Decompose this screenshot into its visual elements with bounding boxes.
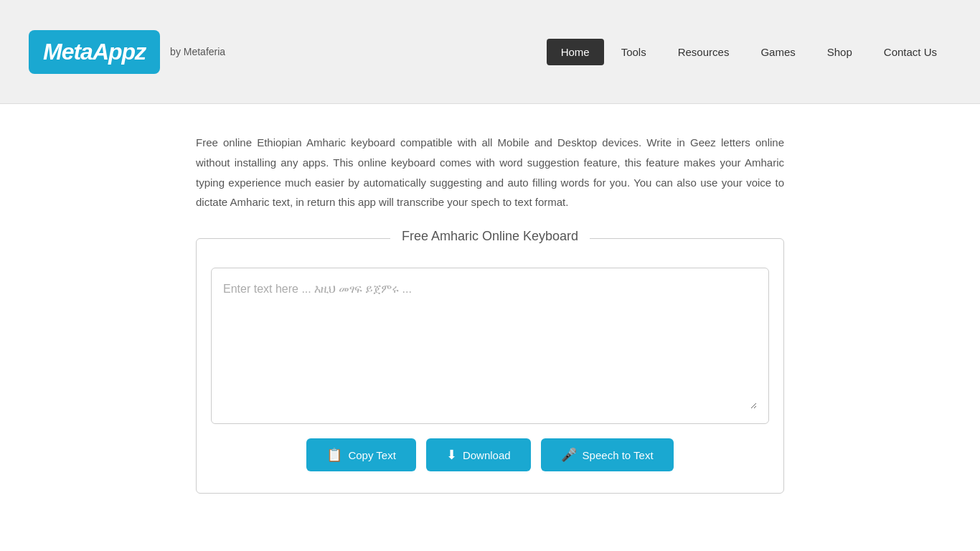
download-button[interactable]: ⬇ Download [426, 438, 531, 471]
main-nav: Home Tools Resources Games Shop Contact … [547, 39, 951, 65]
mic-icon: 🎤 [561, 447, 577, 463]
main-content: Free online Ethiopian Amharic keyboard c… [0, 104, 980, 551]
copy-text-label: Copy Text [348, 449, 395, 461]
download-icon: ⬇ [446, 447, 457, 463]
header: MetaAppz by Metaferia Home Tools Resourc… [0, 0, 980, 104]
by-label: by Metaferia [170, 46, 225, 57]
nav-games[interactable]: Games [746, 39, 809, 65]
amharic-textarea[interactable] [223, 280, 757, 409]
nav-home[interactable]: Home [547, 39, 604, 65]
widget-title-wrap: Free Amharic Online Keyboard [197, 229, 783, 244]
logo[interactable]: MetaAppz [29, 30, 160, 74]
copy-icon: 📋 [326, 447, 342, 463]
content-wrapper: Free online Ethiopian Amharic keyboard c… [167, 133, 813, 494]
textarea-wrap [211, 268, 769, 424]
buttons-row: 📋 Copy Text ⬇ Download 🎤 Speech to Text [211, 438, 769, 479]
nav-resources[interactable]: Resources [664, 39, 744, 65]
widget-title: Free Amharic Online Keyboard [390, 229, 590, 244]
copy-text-button[interactable]: 📋 Copy Text [306, 438, 415, 471]
nav-contact-us[interactable]: Contact Us [870, 39, 951, 65]
speech-to-text-label: Speech to Text [583, 449, 654, 461]
nav-tools[interactable]: Tools [607, 39, 661, 65]
widget-inner: 📋 Copy Text ⬇ Download 🎤 Speech to Text [197, 239, 783, 493]
logo-wrap: MetaAppz by Metaferia [29, 30, 225, 74]
keyboard-widget: Free Amharic Online Keyboard 📋 Copy Text… [196, 238, 784, 494]
download-label: Download [463, 449, 511, 461]
speech-to-text-button[interactable]: 🎤 Speech to Text [541, 438, 674, 471]
nav-shop[interactable]: Shop [813, 39, 867, 65]
description-text: Free online Ethiopian Amharic keyboard c… [196, 133, 784, 212]
